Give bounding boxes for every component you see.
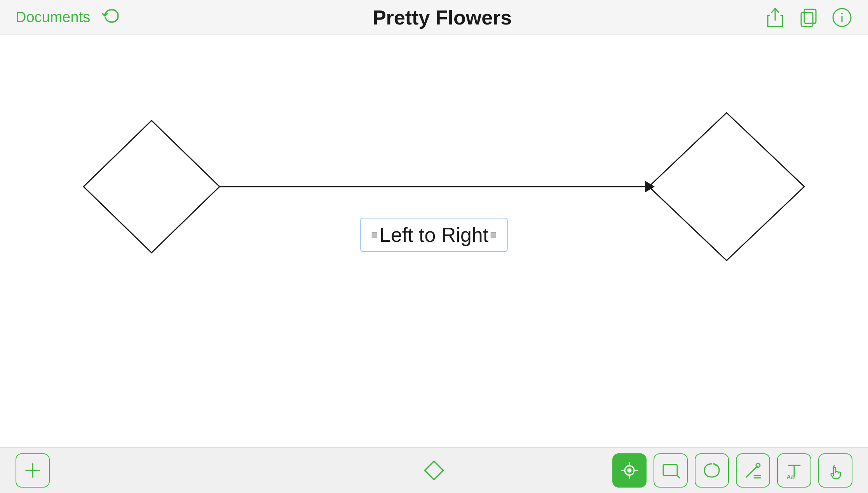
select-tool-button[interactable] xyxy=(612,453,647,488)
footer-right: Aa xyxy=(612,453,852,488)
svg-point-10 xyxy=(628,469,631,472)
documents-link[interactable]: Documents xyxy=(16,9,90,26)
footer-toolbar: Aa xyxy=(0,447,868,493)
header-right xyxy=(765,7,852,28)
app-header: Documents Pretty Flowers xyxy=(0,0,868,35)
label-handle-right xyxy=(491,232,496,238)
left-diamond[interactable] xyxy=(84,121,220,253)
copy-button[interactable] xyxy=(798,7,819,28)
share-button[interactable] xyxy=(765,7,786,28)
footer-left xyxy=(16,453,50,488)
header-left: Documents xyxy=(16,7,120,28)
diagram-canvas[interactable]: Left to Right xyxy=(0,35,868,447)
svg-rect-15 xyxy=(663,465,677,476)
right-diamond[interactable] xyxy=(649,113,804,260)
connector-label[interactable]: Left to Right xyxy=(360,218,508,252)
hand-tool-button[interactable] xyxy=(818,453,852,488)
svg-rect-1 xyxy=(804,9,816,23)
connect-tool-button[interactable] xyxy=(736,453,770,488)
undo-button[interactable] xyxy=(101,7,120,28)
svg-rect-2 xyxy=(801,12,813,26)
info-button[interactable] xyxy=(831,7,852,28)
lasso-tool-button[interactable] xyxy=(695,453,729,488)
add-button[interactable] xyxy=(16,453,50,488)
page-title: Pretty Flowers xyxy=(120,6,765,29)
svg-rect-8 xyxy=(425,461,443,479)
label-handle-left xyxy=(372,232,377,238)
connector-label-text: Left to Right xyxy=(380,223,488,247)
svg-point-5 xyxy=(841,13,843,14)
svg-text:Aa: Aa xyxy=(787,474,794,480)
footer-center xyxy=(421,457,447,484)
text-tool-button[interactable]: Aa xyxy=(777,453,811,488)
center-diamond-button[interactable] xyxy=(421,457,447,484)
svg-line-16 xyxy=(677,476,680,478)
svg-point-18 xyxy=(756,463,760,467)
rectangle-tool-button[interactable] xyxy=(654,453,688,488)
